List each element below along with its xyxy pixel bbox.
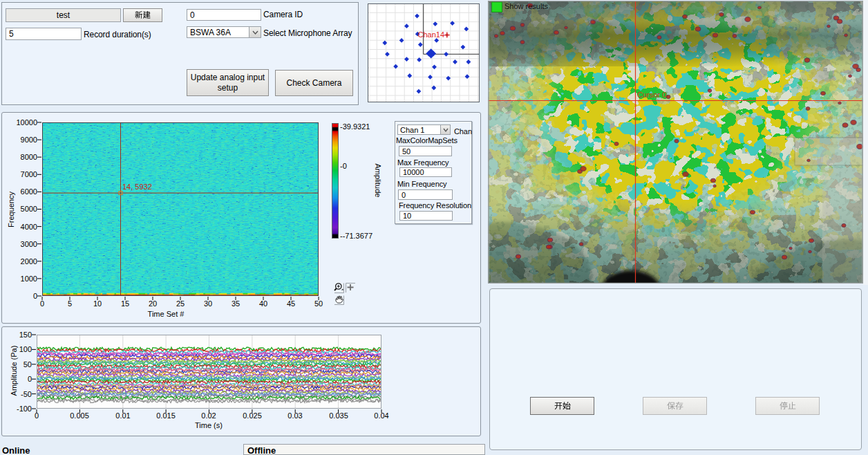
svg-text:Show results: Show results — [504, 2, 548, 10]
svg-text:Chan14: Chan14 — [418, 30, 445, 39]
svg-text:Cursor 0: Cursor 0 — [637, 91, 666, 99]
